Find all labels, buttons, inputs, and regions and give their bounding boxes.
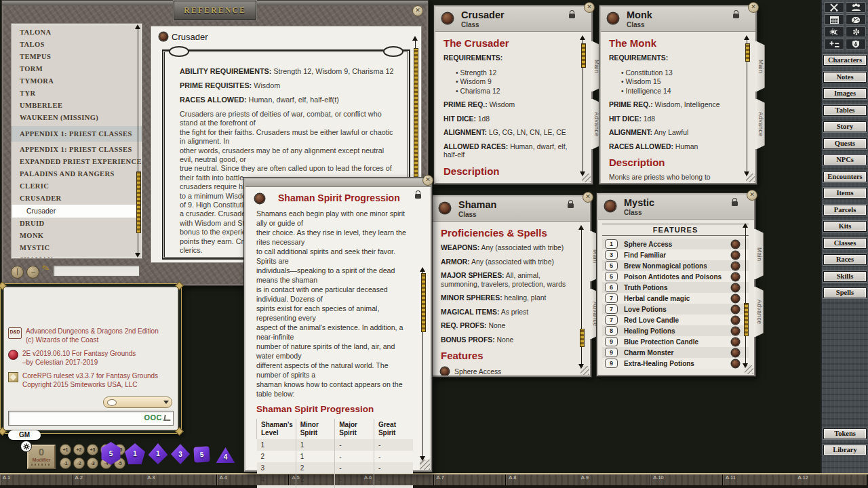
feature-row[interactable]: 8 Healing Potions: [602, 325, 749, 336]
lock-icon[interactable]: [568, 203, 574, 208]
modifier-coin[interactable]: +1: [60, 444, 71, 455]
feature-row[interactable]: 5 Poison Antidotes and Poisons: [602, 271, 749, 282]
sidebar-button[interactable]: Quests: [823, 138, 867, 149]
tab-advance[interactable]: Advance: [754, 286, 764, 338]
feature-row[interactable]: 7 Red Love Candle: [602, 314, 749, 325]
window-header[interactable]: Monk Class: [601, 7, 755, 32]
window-scrollbar[interactable]: [744, 35, 750, 176]
list-item[interactable]: MYSTIC: [12, 242, 142, 254]
list-item[interactable]: TYR: [12, 87, 142, 100]
list-item[interactable]: APPENDIX 1: PRIEST CLASSES: [12, 144, 142, 156]
prev-page-icon[interactable]: |: [11, 266, 24, 279]
list-item[interactable]: APPENDIX 1: PRIEST CLASSES: [12, 126, 142, 142]
chat-input[interactable]: OOC: [8, 411, 174, 426]
entry-link-icon[interactable]: [255, 194, 264, 203]
modifier-coin[interactable]: -3: [87, 458, 98, 469]
sidebar-button[interactable]: Characters: [823, 55, 867, 66]
modifier-coin[interactable]: -2: [73, 458, 85, 469]
feature-link-icon[interactable]: [732, 360, 739, 367]
feature-row[interactable]: 9 Extra-Healing Potions: [602, 358, 749, 369]
tab-main[interactable]: Main: [754, 228, 764, 280]
list-item[interactable]: EXPANDED PRIEST EXPERIENCE L): [12, 156, 142, 168]
list-item[interactable]: TEMPUS: [12, 51, 142, 63]
combat-tracker-icon[interactable]: [824, 2, 844, 13]
sidebar-button[interactable]: Races: [823, 254, 867, 265]
feature-row[interactable]: 9 Blue Protection Candle: [602, 336, 749, 347]
sidebar-button[interactable]: Images: [823, 88, 867, 99]
sidebar-button[interactable]: Tokens: [823, 428, 867, 439]
window-scrollbar[interactable]: [580, 35, 586, 176]
sidebar-button[interactable]: Items: [823, 188, 867, 199]
hotkey-slot[interactable]: A.7: [434, 474, 507, 485]
lock-icon[interactable]: [732, 201, 738, 206]
feature-row[interactable]: 5 Brew Nonmagical potions: [602, 260, 749, 271]
sidebar-button[interactable]: Encounters: [823, 171, 867, 182]
window-scrollbar[interactable]: [420, 267, 426, 461]
chat-mode-dropdown[interactable]: [103, 396, 172, 408]
feature-row[interactable]: 3 Find Familiar: [602, 249, 749, 260]
close-icon[interactable]: ✕: [422, 175, 433, 186]
lock-icon[interactable]: [569, 14, 575, 18]
options-icon[interactable]: [846, 26, 866, 37]
modifier-coin[interactable]: +3: [87, 444, 98, 455]
feature-link-icon[interactable]: [732, 251, 739, 259]
sidebar-button[interactable]: Notes: [823, 72, 867, 83]
feature-link-icon[interactable]: [732, 241, 739, 248]
modifiers-icon[interactable]: [824, 39, 844, 49]
feature-link-icon[interactable]: [732, 317, 739, 324]
sidebar-button[interactable]: Tables: [823, 105, 867, 116]
list-item[interactable]: UMBERLEE: [12, 100, 142, 112]
list-item[interactable]: TYMORA: [12, 75, 142, 87]
feature-row[interactable]: 6 Truth Potions: [602, 282, 749, 293]
class-link-icon[interactable]: [439, 203, 450, 214]
die[interactable]: 1: [148, 443, 168, 464]
window-header[interactable]: Mystic Class: [598, 195, 754, 220]
sidebar-button[interactable]: Library: [823, 445, 867, 455]
list-item[interactable]: TALONA: [12, 26, 142, 39]
feature-link-icon[interactable]: [732, 327, 739, 335]
page-link-icon[interactable]: [159, 33, 167, 41]
hotkey-slot[interactable]: A.12: [795, 474, 868, 485]
feature-link-icon[interactable]: [732, 349, 739, 357]
search-input[interactable]: [53, 265, 140, 277]
hotkey-slot[interactable]: A.2: [73, 474, 145, 485]
list-item[interactable]: DRUID: [12, 218, 142, 230]
calendar-icon[interactable]: [824, 14, 844, 25]
list-item[interactable]: TORM: [12, 63, 142, 75]
palette-icon[interactable]: [846, 14, 866, 25]
lighting-icon[interactable]: [824, 26, 844, 37]
hotkey-slot[interactable]: A.3: [144, 474, 217, 485]
sidebar-button[interactable]: Parcels: [823, 205, 867, 216]
feature-row[interactable]: 1 Sphere Access: [602, 239, 749, 249]
resize-handle[interactable]: [420, 460, 430, 470]
close-icon[interactable]: ✕: [584, 2, 595, 13]
feature-link-icon[interactable]: [732, 295, 739, 302]
feature-link-icon[interactable]: [732, 306, 739, 313]
feature-link-icon[interactable]: [732, 262, 739, 270]
sidebar-button[interactable]: Spells: [823, 287, 867, 298]
sidebar-button[interactable]: Skills: [823, 271, 867, 282]
list-item[interactable]: CRUSADER: [12, 192, 142, 205]
feature-link-icon[interactable]: [732, 284, 739, 291]
feature-row[interactable]: 7 Love Potions: [602, 304, 749, 314]
list-scrollbar[interactable]: [135, 24, 141, 258]
list-item[interactable]: SHAMAN: [12, 254, 142, 259]
modifier-coin[interactable]: -1: [60, 458, 71, 469]
list-item[interactable]: PALADINS AND RANGERS: [12, 168, 142, 180]
list-item[interactable]: WAUKEEN (MISSING): [12, 112, 142, 124]
next-page-icon[interactable]: –: [26, 266, 39, 279]
feature-row[interactable]: 7 Herbal candle magic: [602, 293, 749, 304]
list-item[interactable]: Crusader: [12, 205, 142, 218]
sidebar-button[interactable]: Story: [823, 121, 867, 132]
tab-main[interactable]: Main: [755, 41, 765, 92]
feature-link-icon[interactable]: [732, 338, 739, 346]
tab-advance[interactable]: Advance: [755, 98, 765, 150]
list-item[interactable]: MONK: [12, 230, 142, 242]
feature-link[interactable]: Sphere Access: [441, 366, 575, 375]
class-link-icon[interactable]: [605, 201, 616, 211]
die[interactable]: 4: [216, 447, 235, 464]
sidebar-button[interactable]: NPCs: [823, 155, 867, 165]
page-scrollbar[interactable]: [412, 36, 418, 192]
hotkey-slot[interactable]: A.10: [650, 474, 723, 485]
lock-icon[interactable]: [415, 194, 421, 199]
